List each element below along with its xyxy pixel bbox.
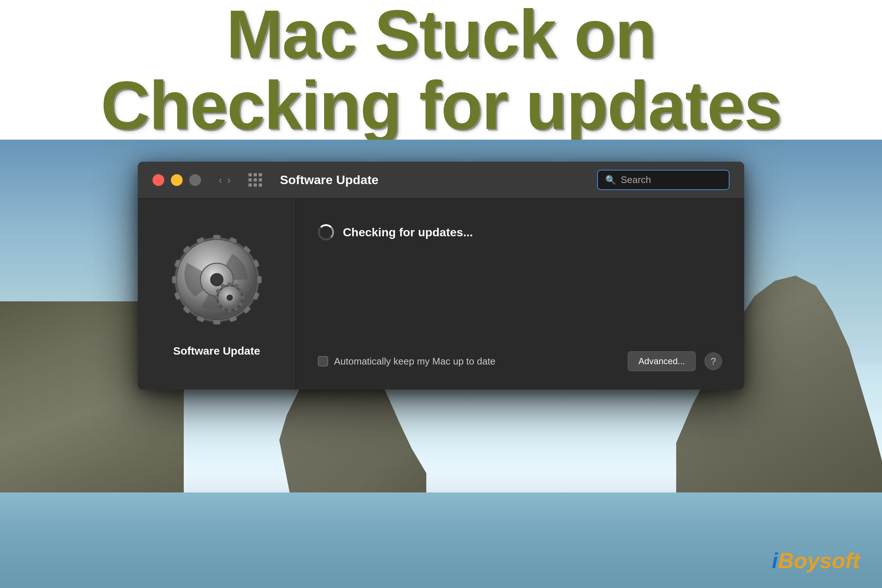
grid-dot [259,183,262,187]
forward-arrow-icon[interactable]: › [227,174,230,186]
headline-line1: Mac Stuck on [101,0,781,70]
window-title: Software Update [280,173,378,187]
close-button[interactable] [153,174,164,186]
search-box[interactable]: 🔍 Search [597,170,729,190]
advanced-button[interactable]: Advanced... [628,351,696,371]
grid-dot [248,173,252,176]
grid-icon[interactable] [248,173,262,187]
grid-dot [254,173,257,176]
grid-dot [248,178,252,182]
watermark-prefix: i [772,548,778,573]
svg-rect-30 [214,296,219,299]
bottom-row: Automatically keep my Mac up to date Adv… [318,351,722,371]
auto-update-checkbox-area[interactable]: Automatically keep my Mac up to date [318,356,495,367]
watermark-suffix: Boysoft [778,548,860,573]
spinner-inner [318,224,334,240]
auto-update-label: Automatically keep my Mac up to date [334,356,495,367]
mac-window: ‹ › Software Update 🔍 Search [138,162,744,390]
titlebar: ‹ › Software Update 🔍 Search [138,162,744,198]
help-button[interactable]: ? [705,352,722,370]
headline-text: Mac Stuck on Checking for updates [101,0,781,141]
gear-icon-container [165,231,268,334]
grid-dot [259,173,262,176]
grid-dot [254,178,257,182]
checking-text: Checking for updates... [343,226,473,239]
sidebar-label: Software Update [173,345,260,357]
headline-section: Mac Stuck on Checking for updates [0,0,882,140]
back-arrow-icon[interactable]: ‹ [219,174,222,186]
auto-update-checkbox[interactable] [318,356,328,366]
maximize-button[interactable] [189,174,201,186]
svg-rect-27 [228,309,231,313]
svg-rect-24 [241,296,245,299]
sea-bg [0,492,882,588]
svg-point-34 [227,295,232,300]
grid-dot [248,183,252,187]
svg-rect-21 [228,283,231,286]
loading-spinner [318,224,334,240]
sidebar: Software Update [138,198,296,390]
watermark: iBoysoft [772,548,860,573]
main-content: Checking for updates... Automatically ke… [296,198,744,390]
headline-line2: Checking for updates [101,70,781,141]
grid-dot [259,178,262,182]
svg-point-19 [211,273,223,286]
search-icon: 🔍 [605,175,616,185]
background-section: ‹ › Software Update 🔍 Search [0,140,882,588]
gear-icon [165,231,268,334]
traffic-lights [153,174,201,186]
checking-row: Checking for updates... [318,224,722,240]
minimize-button[interactable] [171,174,183,186]
search-input[interactable]: Search [621,174,722,186]
grid-dot [254,183,257,187]
nav-arrows: ‹ › [219,174,231,186]
window-body: Software Update Checking for updates... … [138,198,744,390]
